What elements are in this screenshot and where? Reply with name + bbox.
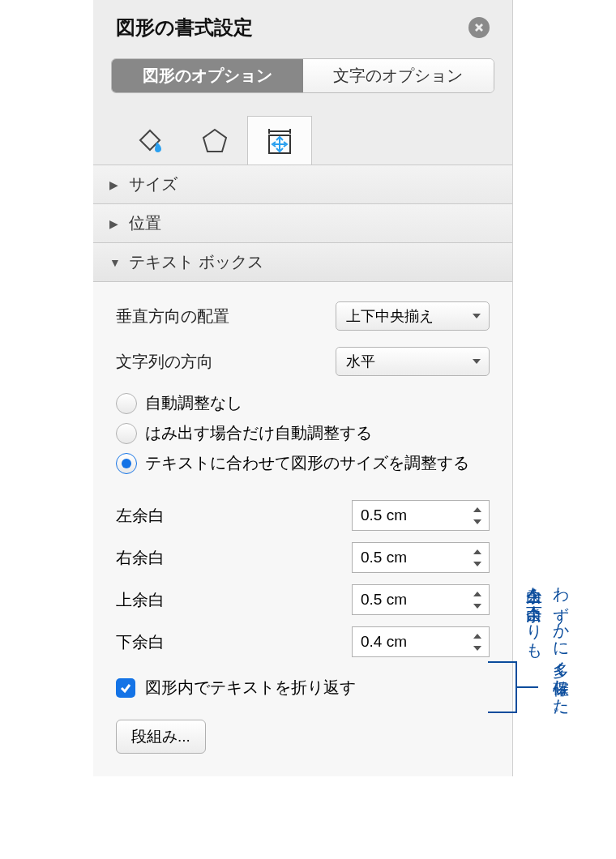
radio-autofit-shrink-label: はみ出す場合だけ自動調整する [145,422,372,444]
chevron-right-icon: ▶ [109,178,121,191]
margin-right-row: 右余白 0.5 cm [116,542,490,573]
vertical-align-label: 垂直方向の配置 [116,306,254,327]
close-icon [474,23,484,32]
wrap-text-label: 図形内でテキストを折り返す [145,677,356,699]
panel-header: 図形の書式設定 [93,0,512,58]
annotation-bracket [488,661,517,713]
stepper-arrows[interactable] [469,545,486,570]
panel-title: 図形の書式設定 [116,15,253,41]
text-direction-label: 文字列の方向 [116,351,254,373]
wrap-text-row[interactable]: 図形内でテキストを折り返す [116,677,490,699]
margin-top-value: 0.5 cm [361,591,407,609]
icon-tab-effects[interactable] [182,116,247,165]
annotation: 上余白を下余白よりも わずかに多く確保した。 [522,575,572,722]
tab-text-options[interactable]: 文字のオプション [303,59,494,92]
paint-bucket-icon [135,126,165,155]
radio-autofit-none[interactable]: 自動調整なし [116,392,490,414]
margin-top-stepper[interactable]: 0.5 cm [352,584,490,615]
field-vertical-align: 垂直方向の配置 上下中央揃え [116,301,490,331]
vertical-align-select[interactable]: 上下中央揃え [336,301,490,331]
radio-autofit-resize-shape[interactable]: テキストに合わせて図形のサイズを調整する [116,452,490,474]
columns-button[interactable]: 段組み... [116,720,206,754]
margin-bottom-row: 下余白 0.4 cm [116,626,490,657]
chevron-right-icon: ▶ [109,217,121,230]
margin-right-label: 右余白 [116,547,165,569]
margin-bottom-value: 0.4 cm [361,633,407,651]
checkbox-icon [116,678,135,698]
pentagon-icon [200,126,229,155]
tab-shape-options[interactable]: 図形のオプション [112,59,303,92]
text-direction-value: 水平 [346,352,375,371]
icon-tab-fill[interactable] [118,116,182,165]
annotation-text-line2: わずかに多く確保した。 [549,575,572,722]
stepper-arrows[interactable] [469,630,486,654]
radio-autofit-none-label: 自動調整なし [145,392,242,414]
field-text-direction: 文字列の方向 水平 [116,347,490,376]
radio-icon [116,393,137,414]
close-button[interactable] [468,17,490,38]
margin-left-value: 0.5 cm [361,506,407,524]
chevron-down-icon: ▼ [109,256,121,269]
margin-top-row: 上余白 0.5 cm [116,584,490,615]
annotation-text-line1: 上余白を下余白よりも [522,575,545,650]
stepper-arrows[interactable] [469,503,486,528]
radio-autofit-shrink[interactable]: はみ出す場合だけ自動調整する [116,422,490,444]
text-direction-select[interactable]: 水平 [336,347,490,376]
radio-icon [116,453,137,474]
radio-icon [116,423,137,444]
margin-bottom-stepper[interactable]: 0.4 cm [352,626,490,657]
margin-left-row: 左余白 0.5 cm [116,500,490,531]
radio-autofit-resize-label: テキストに合わせて図形のサイズを調整する [145,452,469,474]
section-size-label: サイズ [129,173,178,195]
section-position-label: 位置 [129,212,161,234]
margin-left-label: 左余白 [116,505,165,527]
vertical-align-value: 上下中央揃え [346,306,434,326]
section-position[interactable]: ▶ 位置 [93,203,512,242]
section-size[interactable]: ▶ サイズ [93,165,512,203]
margin-right-value: 0.5 cm [361,549,407,566]
option-tabs: 図形のオプション 文字のオプション [111,58,494,93]
icon-tabs [93,108,512,165]
margin-left-stepper[interactable]: 0.5 cm [352,500,490,531]
textbox-body: 垂直方向の配置 上下中央揃え 文字列の方向 水平 自動調整なし はみ出す場合だけ… [93,281,512,776]
size-properties-icon [264,126,295,156]
stepper-arrows[interactable] [469,588,486,612]
section-textbox-label: テキスト ボックス [129,251,263,273]
margin-bottom-label: 下余白 [116,631,165,653]
margin-top-label: 上余白 [116,589,165,611]
icon-tab-size-properties[interactable] [247,116,312,165]
margin-right-stepper[interactable]: 0.5 cm [352,542,490,573]
section-textbox[interactable]: ▼ テキスト ボックス [93,242,512,281]
format-shape-panel: 図形の書式設定 図形のオプション 文字のオプション [93,0,513,776]
